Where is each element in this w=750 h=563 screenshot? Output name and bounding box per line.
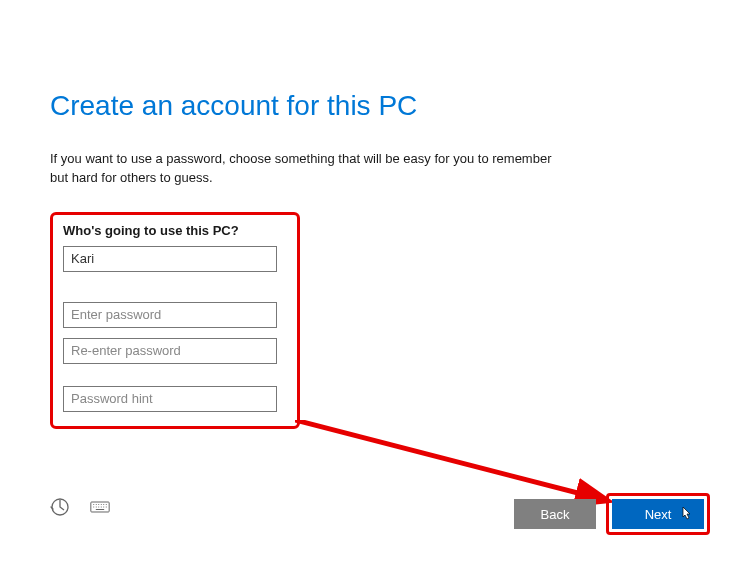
next-button-label: Next [645,507,672,522]
password-input[interactable] [63,302,277,328]
next-button[interactable]: Next [612,499,704,529]
keyboard-icon[interactable] [90,497,110,517]
username-input[interactable] [63,246,277,272]
page-description: If you want to use a password, choose so… [50,150,570,188]
repassword-input[interactable] [63,338,277,364]
next-button-highlight: Next [606,493,710,535]
account-form-highlight: Who's going to use this PC? [50,212,300,429]
ease-of-access-icon[interactable] [50,497,70,517]
back-button[interactable]: Back [514,499,596,529]
footer-bar: Back Next [0,493,750,533]
cursor-icon [680,506,692,522]
svg-line-1 [295,420,605,500]
page-title: Create an account for this PC [50,90,700,122]
password-hint-input[interactable] [63,386,277,412]
username-label: Who's going to use this PC? [63,223,287,238]
